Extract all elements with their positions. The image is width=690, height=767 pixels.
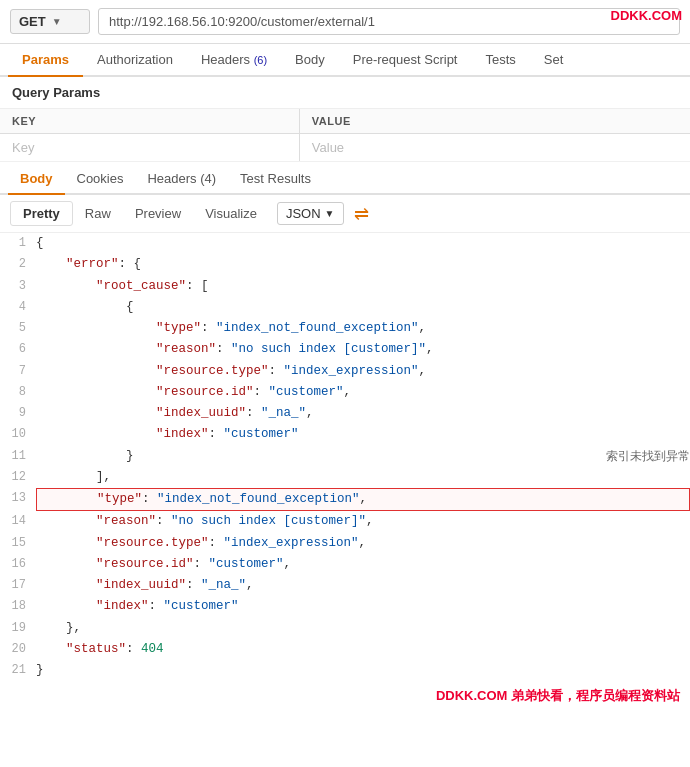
line-number: 17	[0, 575, 36, 595]
line-number: 13	[0, 488, 36, 508]
line-number: 4	[0, 297, 36, 317]
sub-nav: Body Cookies Headers (4) Test Results	[0, 164, 690, 195]
line-content: }	[36, 446, 596, 467]
line-number: 15	[0, 533, 36, 553]
code-line: 13 "type": "index_not_found_exception",	[0, 488, 690, 511]
query-params-header: Query Params	[0, 77, 690, 109]
line-annotation: 索引未找到异常	[606, 446, 690, 466]
line-content: "index_uuid": "_na_",	[36, 403, 690, 424]
params-empty-row: Key Value	[0, 134, 690, 162]
btn-pretty[interactable]: Pretty	[10, 201, 73, 226]
line-content: "error": {	[36, 254, 690, 275]
line-content: "type": "index_not_found_exception",	[36, 318, 690, 339]
line-content: "resource.id": "customer",	[36, 554, 690, 575]
line-number: 16	[0, 554, 36, 574]
code-line: 3 "root_cause": [	[0, 276, 690, 297]
line-number: 1	[0, 233, 36, 253]
tab-params[interactable]: Params	[8, 44, 83, 77]
line-number: 9	[0, 403, 36, 423]
line-content: "resource.id": "customer",	[36, 382, 690, 403]
code-line: 17 "index_uuid": "_na_",	[0, 575, 690, 596]
tab-prerequest[interactable]: Pre-request Script	[339, 44, 472, 77]
wrap-icon[interactable]: ⇌	[354, 203, 369, 225]
line-number: 7	[0, 361, 36, 381]
code-line: 16 "resource.id": "customer",	[0, 554, 690, 575]
code-line: 20 "status": 404	[0, 639, 690, 660]
value-placeholder-cell[interactable]: Value	[299, 134, 690, 162]
line-content: {	[36, 297, 690, 318]
line-number: 14	[0, 511, 36, 531]
resp-toolbar: Pretty Raw Preview Visualize JSON ▼ ⇌	[0, 195, 690, 233]
line-content: "resource.type": "index_expression",	[36, 361, 690, 382]
code-line: 5 "type": "index_not_found_exception",	[0, 318, 690, 339]
line-content: "reason": "no such index [customer]",	[36, 511, 690, 532]
url-input[interactable]	[98, 8, 680, 35]
code-line: 1{	[0, 233, 690, 254]
code-line: 4 {	[0, 297, 690, 318]
line-number: 6	[0, 339, 36, 359]
line-number: 20	[0, 639, 36, 659]
line-content: ],	[36, 467, 690, 488]
format-dropdown[interactable]: JSON ▼	[277, 202, 344, 225]
sub-tab-body[interactable]: Body	[8, 164, 65, 195]
method-label: GET	[19, 14, 46, 29]
sub-tab-cookies[interactable]: Cookies	[65, 164, 136, 195]
btn-preview[interactable]: Preview	[123, 202, 193, 225]
line-number: 18	[0, 596, 36, 616]
sub-tab-test-results[interactable]: Test Results	[228, 164, 323, 195]
format-chevron-icon: ▼	[325, 208, 335, 219]
code-line: 19 },	[0, 618, 690, 639]
line-content: },	[36, 618, 690, 639]
tab-tests[interactable]: Tests	[471, 44, 529, 77]
line-number: 5	[0, 318, 36, 338]
line-content: "type": "index_not_found_exception",	[36, 488, 690, 511]
line-content: "root_cause": [	[36, 276, 690, 297]
line-number: 11	[0, 446, 36, 466]
sub-tab-headers[interactable]: Headers (4)	[135, 164, 228, 195]
line-content: {	[36, 233, 690, 254]
tab-set[interactable]: Set	[530, 44, 578, 77]
tab-body[interactable]: Body	[281, 44, 339, 77]
method-dropdown[interactable]: GET ▼	[10, 9, 90, 34]
code-line: 11 }索引未找到异常	[0, 446, 690, 467]
line-number: 2	[0, 254, 36, 274]
code-line: 6 "reason": "no such index [customer]",	[0, 339, 690, 360]
code-line: 2 "error": {	[0, 254, 690, 275]
code-line: 18 "index": "customer"	[0, 596, 690, 617]
btn-raw[interactable]: Raw	[73, 202, 123, 225]
nav-tabs: Params Authorization Headers (6) Body Pr…	[0, 44, 690, 77]
line-content: "index": "customer"	[36, 596, 690, 617]
btn-visualize[interactable]: Visualize	[193, 202, 269, 225]
tab-authorization[interactable]: Authorization	[83, 44, 187, 77]
line-number: 12	[0, 467, 36, 487]
line-content: "status": 404	[36, 639, 690, 660]
watermark-bottom: DDKK.COM 弟弟快看，程序员编程资料站	[0, 681, 690, 709]
chevron-down-icon: ▼	[52, 16, 62, 27]
params-table: KEY VALUE Key Value	[0, 109, 690, 162]
line-number: 8	[0, 382, 36, 402]
line-content: "index_uuid": "_na_",	[36, 575, 690, 596]
format-label: JSON	[286, 206, 321, 221]
code-line: 12 ],	[0, 467, 690, 488]
line-number: 19	[0, 618, 36, 638]
tab-headers[interactable]: Headers (6)	[187, 44, 281, 77]
line-number: 10	[0, 424, 36, 444]
code-line: 7 "resource.type": "index_expression",	[0, 361, 690, 382]
code-line: 21}	[0, 660, 690, 681]
value-col-header: VALUE	[299, 109, 690, 134]
top-bar: GET ▼	[0, 0, 690, 44]
line-content: "reason": "no such index [customer]",	[36, 339, 690, 360]
line-number: 3	[0, 276, 36, 296]
code-line: 9 "index_uuid": "_na_",	[0, 403, 690, 424]
code-area: 1{2 "error": {3 "root_cause": [4 {5 "typ…	[0, 233, 690, 681]
code-line: 8 "resource.id": "customer",	[0, 382, 690, 403]
line-content: }	[36, 660, 690, 681]
watermark-top: DDKK.COM	[611, 8, 683, 23]
key-placeholder-cell[interactable]: Key	[0, 134, 299, 162]
code-line: 15 "resource.type": "index_expression",	[0, 533, 690, 554]
line-content: "index": "customer"	[36, 424, 690, 445]
code-line: 14 "reason": "no such index [customer]",	[0, 511, 690, 532]
line-number: 21	[0, 660, 36, 680]
code-line: 10 "index": "customer"	[0, 424, 690, 445]
key-col-header: KEY	[0, 109, 299, 134]
